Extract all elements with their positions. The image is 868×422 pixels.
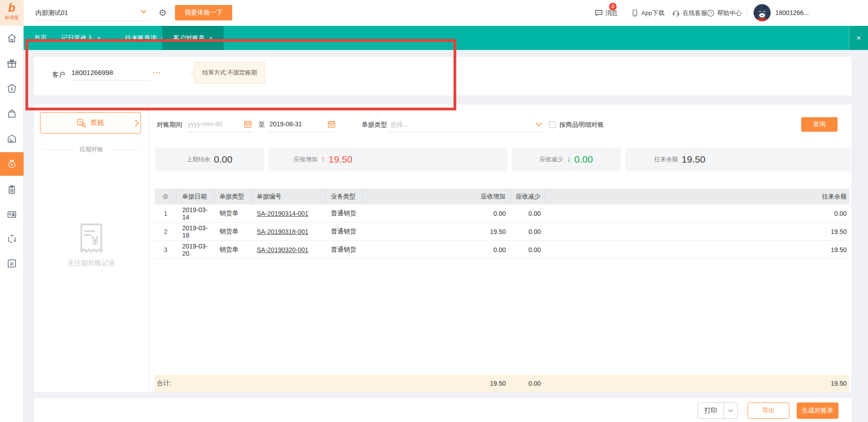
date-from-field[interactable] xyxy=(187,117,253,132)
cell-doc-type: 销货单 xyxy=(214,228,252,236)
receivable-increase-card: 应收增加 ↑ 19.50 xyxy=(269,148,507,171)
more-options-icon[interactable]: ··· xyxy=(153,69,161,76)
top-bar: b 标准版 内部测试01 ⚙ 我要体验一下 消息 8 App下载 在线客服 ? … xyxy=(0,0,868,26)
username[interactable]: 18001266... xyxy=(775,9,809,16)
gear-icon[interactable]: ⚙ xyxy=(159,8,167,18)
row-index: 2 xyxy=(155,228,176,235)
customer-card: 客户 ··· 结算方式:不固定账期 xyxy=(34,57,851,95)
cell-decrease: 0.00 xyxy=(511,210,545,217)
tab-customer-statement[interactable]: 客户对账单 × xyxy=(162,26,224,50)
cell-balance: 0.00 xyxy=(545,210,849,217)
cell-biz-type: 普通销货 xyxy=(325,209,363,218)
group-by-product-checkbox[interactable] xyxy=(549,121,556,128)
help-center-menu[interactable]: ? 帮助中心 xyxy=(707,0,742,26)
chevron-down-icon[interactable] xyxy=(723,403,737,418)
sidebar-item-share[interactable] xyxy=(0,227,24,251)
col-decrease: 应收减少 xyxy=(511,189,545,204)
doc-type-placeholder: 选择... xyxy=(390,121,408,129)
doc-no-link[interactable]: SA-20190314-001 xyxy=(257,210,309,217)
totals-decrease: 0.00 xyxy=(511,380,545,387)
card-value: 19.50 xyxy=(329,154,353,165)
group-by-product-label[interactable]: 按商品明细对账 xyxy=(559,121,604,129)
close-icon[interactable]: × xyxy=(209,35,213,41)
chevron-down-icon[interactable] xyxy=(141,10,146,14)
col-date: 单据日期 xyxy=(176,189,214,204)
card-label: 往来余额 xyxy=(654,155,678,164)
left-panel: ¥ 查账 往期对账 ¥ 无往期对账记录 xyxy=(34,104,149,392)
date-to-field[interactable] xyxy=(269,117,337,132)
svg-text:¥: ¥ xyxy=(11,163,13,167)
calendar-icon[interactable] xyxy=(327,120,336,129)
tab-label: 首页 xyxy=(34,34,47,42)
totals-increase: 19.50 xyxy=(363,380,511,387)
card-value: 19.50 xyxy=(682,154,706,165)
account-select-underline xyxy=(35,20,149,21)
cell-date: 2019-03-20 xyxy=(176,243,214,257)
cell-balance: 19.50 xyxy=(545,228,849,235)
clipboard-icon xyxy=(6,184,17,195)
doc-no-link[interactable]: SA-20190318-001 xyxy=(257,228,309,235)
sidebar-item-gift[interactable] xyxy=(0,52,24,75)
col-biz-type: 业务类型 xyxy=(325,189,363,204)
app-window: b 标准版 内部测试01 ⚙ 我要体验一下 消息 8 App下载 在线客服 ? … xyxy=(0,0,868,422)
brand-logo: b 标准版 xyxy=(0,0,24,26)
experience-button[interactable]: 我要体验一下 xyxy=(175,5,232,20)
app-download-menu[interactable]: App下载 xyxy=(631,0,664,26)
sidebar-item-reports[interactable] xyxy=(0,178,24,202)
cell-decrease: 0.00 xyxy=(511,246,545,253)
tab-home[interactable]: 首页 xyxy=(34,26,47,50)
avatar[interactable] xyxy=(753,4,771,21)
sidebar-item-warehouse[interactable] xyxy=(0,127,24,150)
doc-type-select[interactable]: 选择... xyxy=(389,117,544,132)
doc-no-link[interactable]: SA-20190320-001 xyxy=(257,246,309,253)
filter-bar: 对账期间 至 单据类型 选择... 按商品明细对账 查询 xyxy=(149,117,851,133)
check-account-button[interactable]: ¥ 查账 xyxy=(40,112,141,134)
query-button[interactable]: 查询 xyxy=(801,117,838,132)
tab-daily-income[interactable]: 记日常收入 × xyxy=(61,26,101,50)
statement-panel: 对账期间 至 单据类型 选择... 按商品明细对账 查询 上期结 xyxy=(149,104,851,392)
share-network-icon xyxy=(6,233,17,244)
close-icon[interactable]: × xyxy=(97,35,101,41)
id-card-icon xyxy=(6,209,17,220)
cell-decrease: 0.00 xyxy=(511,228,545,235)
row-index: 3 xyxy=(155,246,176,253)
svg-text:?: ? xyxy=(710,11,712,15)
empty-history-message: 无往期对账记录 xyxy=(34,259,149,268)
totals-row: 合计: 19.50 0.00 19.50 xyxy=(155,375,849,392)
sidebar-item-sales[interactable]: $ xyxy=(0,77,24,100)
tab-account-query[interactable]: 往来账查询 × xyxy=(125,26,165,50)
date-from-input[interactable] xyxy=(187,117,242,128)
help-center-label: 帮助中心 xyxy=(717,9,742,17)
column-settings-gear-icon[interactable]: ⚙ xyxy=(155,189,176,204)
tab-label: 客户对账单 xyxy=(173,34,205,42)
cell-date: 2019-03-18 xyxy=(176,224,214,239)
calendar-icon[interactable] xyxy=(244,120,252,129)
table-header-row: ⚙ 单据日期 单据类型 单据编号 业务类型 应收增加 应收减少 往来余额 xyxy=(155,189,849,204)
generate-statement-button[interactable]: 生成对账单 xyxy=(797,402,838,419)
settlement-tooltip: 结算方式:不固定账期 xyxy=(194,62,265,84)
print-split-button[interactable]: 打印 xyxy=(698,402,738,419)
svg-text:¥: ¥ xyxy=(79,120,81,124)
doc-type-label: 单据类型 xyxy=(362,121,387,129)
print-button[interactable]: 打印 xyxy=(698,407,723,415)
side-nav: $ ¥ 新 xyxy=(0,26,24,422)
sidebar-item-purchase[interactable] xyxy=(0,102,24,125)
statement-table: ⚙ 单据日期 单据类型 单据编号 业务类型 应收增加 应收减少 往来余额 1 2… xyxy=(155,189,849,259)
messages-menu[interactable]: 消息 8 xyxy=(594,0,618,26)
sidebar-item-funds[interactable]: ¥ xyxy=(0,152,24,176)
date-to-input[interactable] xyxy=(269,117,326,128)
sidebar-item-contacts[interactable] xyxy=(0,203,24,226)
table-row: 1 2019-03-14 销货单 SA-20190314-001 普通销货 0.… xyxy=(155,204,849,223)
close-icon[interactable]: × xyxy=(849,26,868,50)
warehouse-icon xyxy=(6,133,17,144)
footer-bar: 打印 导出 生成对账单 xyxy=(34,397,851,422)
sidebar-item-new[interactable]: 新 xyxy=(0,252,24,275)
export-button[interactable]: 导出 xyxy=(748,402,789,419)
online-service-menu[interactable]: 在线客服 xyxy=(672,0,707,26)
card-label: 应收减少 xyxy=(539,155,563,164)
account-select[interactable]: 内部测试01 xyxy=(35,9,68,17)
totals-balance: 19.50 xyxy=(545,380,849,387)
sidebar-item-home[interactable] xyxy=(0,26,24,50)
tab-label: 往来账查询 xyxy=(125,34,157,42)
customer-input[interactable] xyxy=(70,67,151,80)
